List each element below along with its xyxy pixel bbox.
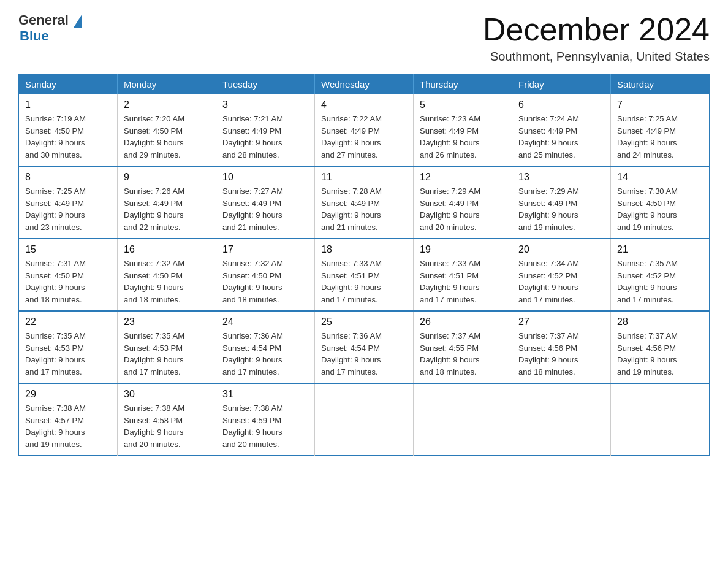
logo: General Blue [18,12,82,44]
day-cell: 21 Sunrise: 7:35 AM Sunset: 4:52 PM Dayl… [611,239,710,311]
day-cell: 22 Sunrise: 7:35 AM Sunset: 4:53 PM Dayl… [19,311,118,383]
day-info: Sunrise: 7:35 AM Sunset: 4:52 PM Dayligh… [617,258,703,305]
logo-blue-text: Blue [20,28,49,44]
day-number: 31 [222,389,308,400]
weekday-header-sunday: Sunday [19,74,118,95]
day-info: Sunrise: 7:37 AM Sunset: 4:56 PM Dayligh… [617,330,703,378]
title-area: December 2024 Southmont, Pennsylvania, U… [483,12,710,64]
day-info: Sunrise: 7:30 AM Sunset: 4:50 PM Dayligh… [617,185,703,233]
day-info: Sunrise: 7:26 AM Sunset: 4:49 PM Dayligh… [124,185,210,233]
day-number: 9 [124,172,210,183]
day-number: 13 [518,172,604,183]
day-cell: 2 Sunrise: 7:20 AM Sunset: 4:50 PM Dayli… [118,94,216,166]
day-number: 6 [518,99,604,110]
day-info: Sunrise: 7:36 AM Sunset: 4:54 PM Dayligh… [222,330,308,378]
week-row-1: 1 Sunrise: 7:19 AM Sunset: 4:50 PM Dayli… [19,94,710,166]
weekday-header-saturday: Saturday [611,74,710,95]
day-info: Sunrise: 7:31 AM Sunset: 4:50 PM Dayligh… [25,258,111,305]
weekday-header-friday: Friday [512,74,611,95]
day-cell: 10 Sunrise: 7:27 AM Sunset: 4:49 PM Dayl… [216,166,315,239]
day-number: 24 [222,316,308,327]
day-info: Sunrise: 7:35 AM Sunset: 4:53 PM Dayligh… [25,330,111,378]
day-cell: 9 Sunrise: 7:26 AM Sunset: 4:49 PM Dayli… [118,166,216,239]
calendar-subtitle: Southmont, Pennsylvania, United States [483,50,710,64]
day-cell [512,383,611,456]
day-cell: 18 Sunrise: 7:33 AM Sunset: 4:51 PM Dayl… [315,239,414,311]
day-cell: 12 Sunrise: 7:29 AM Sunset: 4:49 PM Dayl… [414,166,512,239]
day-cell: 17 Sunrise: 7:32 AM Sunset: 4:50 PM Dayl… [216,239,315,311]
day-number: 27 [518,316,604,327]
week-row-2: 8 Sunrise: 7:25 AM Sunset: 4:49 PM Dayli… [19,166,710,239]
day-number: 29 [25,389,111,400]
day-info: Sunrise: 7:29 AM Sunset: 4:49 PM Dayligh… [420,185,506,233]
day-info: Sunrise: 7:37 AM Sunset: 4:56 PM Dayligh… [518,330,604,378]
weekday-header-wednesday: Wednesday [315,74,414,95]
day-info: Sunrise: 7:29 AM Sunset: 4:49 PM Dayligh… [518,185,604,233]
day-cell: 23 Sunrise: 7:35 AM Sunset: 4:53 PM Dayl… [118,311,216,383]
day-info: Sunrise: 7:32 AM Sunset: 4:50 PM Dayligh… [124,258,210,305]
day-info: Sunrise: 7:34 AM Sunset: 4:52 PM Dayligh… [518,258,604,305]
logo-general-text: General [18,12,82,28]
day-number: 1 [25,99,111,110]
day-info: Sunrise: 7:25 AM Sunset: 4:49 PM Dayligh… [617,113,703,161]
day-number: 11 [321,172,407,183]
day-number: 21 [617,244,703,255]
day-number: 10 [222,172,308,183]
day-cell [414,383,512,456]
day-info: Sunrise: 7:24 AM Sunset: 4:49 PM Dayligh… [518,113,604,161]
day-info: Sunrise: 7:23 AM Sunset: 4:49 PM Dayligh… [420,113,506,161]
day-cell: 4 Sunrise: 7:22 AM Sunset: 4:49 PM Dayli… [315,94,414,166]
weekday-header-monday: Monday [118,74,216,95]
day-info: Sunrise: 7:38 AM Sunset: 4:57 PM Dayligh… [25,402,111,450]
day-info: Sunrise: 7:33 AM Sunset: 4:51 PM Dayligh… [420,258,506,305]
day-number: 15 [25,244,111,255]
day-info: Sunrise: 7:35 AM Sunset: 4:53 PM Dayligh… [124,330,210,378]
day-info: Sunrise: 7:19 AM Sunset: 4:50 PM Dayligh… [25,113,111,161]
day-cell: 28 Sunrise: 7:37 AM Sunset: 4:56 PM Dayl… [611,311,710,383]
day-number: 23 [124,316,210,327]
day-cell: 14 Sunrise: 7:30 AM Sunset: 4:50 PM Dayl… [611,166,710,239]
day-info: Sunrise: 7:33 AM Sunset: 4:51 PM Dayligh… [321,258,407,305]
day-info: Sunrise: 7:25 AM Sunset: 4:49 PM Dayligh… [25,185,111,233]
day-cell: 5 Sunrise: 7:23 AM Sunset: 4:49 PM Dayli… [414,94,512,166]
day-cell: 13 Sunrise: 7:29 AM Sunset: 4:49 PM Dayl… [512,166,611,239]
day-cell: 31 Sunrise: 7:38 AM Sunset: 4:59 PM Dayl… [216,383,315,456]
day-cell: 6 Sunrise: 7:24 AM Sunset: 4:49 PM Dayli… [512,94,611,166]
day-number: 5 [420,99,506,110]
day-cell: 16 Sunrise: 7:32 AM Sunset: 4:50 PM Dayl… [118,239,216,311]
calendar-title: December 2024 [483,12,710,47]
day-cell [611,383,710,456]
day-info: Sunrise: 7:28 AM Sunset: 4:49 PM Dayligh… [321,185,407,233]
week-row-3: 15 Sunrise: 7:31 AM Sunset: 4:50 PM Dayl… [19,239,710,311]
day-cell: 8 Sunrise: 7:25 AM Sunset: 4:49 PM Dayli… [19,166,118,239]
week-row-5: 29 Sunrise: 7:38 AM Sunset: 4:57 PM Dayl… [19,383,710,456]
page-header: General Blue December 2024 Southmont, Pe… [18,12,710,64]
calendar-table: SundayMondayTuesdayWednesdayThursdayFrid… [18,74,710,456]
day-cell: 30 Sunrise: 7:38 AM Sunset: 4:58 PM Dayl… [118,383,216,456]
day-info: Sunrise: 7:38 AM Sunset: 4:58 PM Dayligh… [124,402,210,450]
day-cell: 26 Sunrise: 7:37 AM Sunset: 4:55 PM Dayl… [414,311,512,383]
day-number: 26 [420,316,506,327]
day-info: Sunrise: 7:37 AM Sunset: 4:55 PM Dayligh… [420,330,506,378]
day-number: 22 [25,316,111,327]
day-number: 12 [420,172,506,183]
day-cell: 27 Sunrise: 7:37 AM Sunset: 4:56 PM Dayl… [512,311,611,383]
day-number: 7 [617,99,703,110]
day-info: Sunrise: 7:32 AM Sunset: 4:50 PM Dayligh… [222,258,308,305]
day-number: 30 [124,389,210,400]
day-cell: 25 Sunrise: 7:36 AM Sunset: 4:54 PM Dayl… [315,311,414,383]
day-info: Sunrise: 7:21 AM Sunset: 4:49 PM Dayligh… [222,113,308,161]
day-info: Sunrise: 7:22 AM Sunset: 4:49 PM Dayligh… [321,113,407,161]
day-number: 14 [617,172,703,183]
day-number: 16 [124,244,210,255]
day-number: 4 [321,99,407,110]
day-cell: 29 Sunrise: 7:38 AM Sunset: 4:57 PM Dayl… [19,383,118,456]
day-cell: 1 Sunrise: 7:19 AM Sunset: 4:50 PM Dayli… [19,94,118,166]
day-number: 18 [321,244,407,255]
logo-triangle-icon [74,14,82,28]
day-number: 17 [222,244,308,255]
day-number: 19 [420,244,506,255]
day-cell: 20 Sunrise: 7:34 AM Sunset: 4:52 PM Dayl… [512,239,611,311]
day-cell: 7 Sunrise: 7:25 AM Sunset: 4:49 PM Dayli… [611,94,710,166]
day-cell: 11 Sunrise: 7:28 AM Sunset: 4:49 PM Dayl… [315,166,414,239]
